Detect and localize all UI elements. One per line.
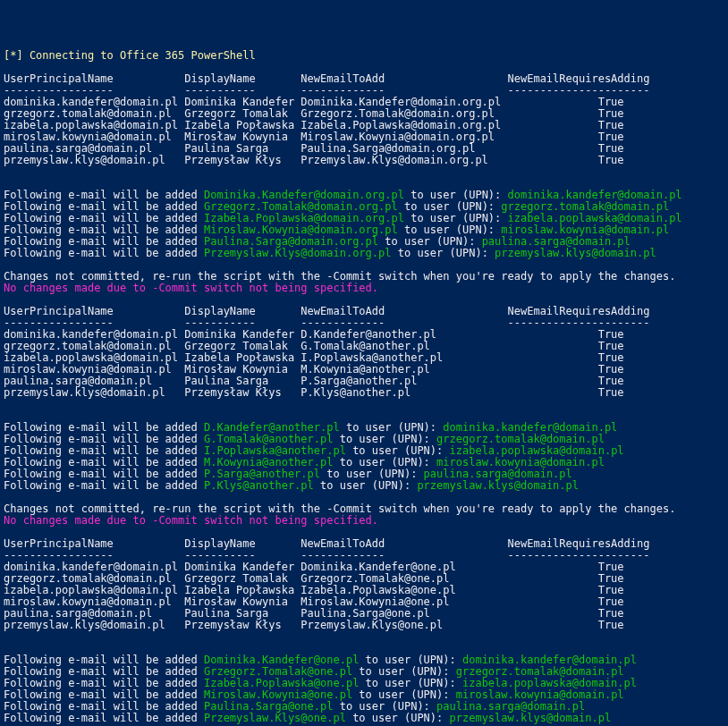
added-email: Paulina.Sarga@one.pl <box>204 700 334 713</box>
target-upn: miroslaw.kowynia@domain.pl <box>456 688 624 701</box>
connect-line: [*] Connecting to Office 365 PowerShell <box>4 49 256 62</box>
target-upn: miroslaw.kowynia@domain.pl <box>436 456 605 469</box>
target-upn: dominika.kandefer@domain.pl <box>462 654 637 666</box>
added-email: I.Poplawska@another.pl <box>204 444 346 457</box>
target-upn: grzegorz.tomalak@domain.pl <box>501 200 669 213</box>
target-upn: paulina.sarga@domain.pl <box>424 468 572 480</box>
added-email: P.Sarga@another.pl <box>204 468 320 480</box>
target-upn: grzegorz.tomalak@domain.pl <box>436 433 605 445</box>
table-row: dominika.kandefer@domain.pl Dominika Kan… <box>4 96 624 108</box>
table-row: przemyslaw.klys@domain.pl Przemysław Kły… <box>4 154 624 166</box>
table-row: grzegorz.tomalak@domain.pl Grzegorz Toma… <box>4 107 624 120</box>
table-row: dominika.kandefer@domain.pl Dominika Kan… <box>4 561 624 573</box>
added-email: Grzegorz.Tomalak@domain.org.pl <box>204 200 398 213</box>
added-email: P.Klys@another.pl <box>204 479 314 492</box>
table-row: paulina.sarga@domain.pl Paulina Sarga Pa… <box>4 607 624 620</box>
table-row: przemyslaw.klys@domain.pl Przemysław Kły… <box>4 619 624 631</box>
following-line: Following e-mail will be added Paulina.S… <box>4 235 631 248</box>
following-line: Following e-mail will be added Dominika.… <box>4 654 637 666</box>
target-upn: paulina.sarga@domain.pl <box>436 700 585 713</box>
added-email: Przemyslaw.Klys@one.pl <box>204 712 346 724</box>
added-email: Paulina.Sarga@domain.org.pl <box>204 235 378 248</box>
following-line: Following e-mail will be added M.Kowynia… <box>4 456 605 469</box>
following-line: Following e-mail will be added I.Poplaws… <box>4 444 624 457</box>
following-line: Following e-mail will be added Przemysla… <box>4 247 656 259</box>
nochange-warning: No changes made due to -Commit switch no… <box>4 282 378 294</box>
following-line: Following e-mail will be added Izabela.P… <box>4 212 682 224</box>
following-line: Following e-mail will be added Izabela.P… <box>4 677 637 689</box>
target-upn: przemyslaw.klys@domain.pl <box>450 712 612 724</box>
table-header-dash: ----------------- ----------- ----------… <box>4 549 649 561</box>
nochange-warning: No changes made due to -Commit switch no… <box>4 514 378 527</box>
following-line: Following e-mail will be added P.Klys@an… <box>4 479 579 492</box>
powershell-output: [*] Connecting to Office 365 PowerShell … <box>0 46 728 726</box>
following-line: Following e-mail will be added Miroslaw.… <box>4 688 624 701</box>
target-upn: dominika.kandefer@domain.pl <box>508 189 682 201</box>
added-email: Izabela.Poplawska@one.pl <box>204 677 359 689</box>
following-line: Following e-mail will be added Dominika.… <box>4 189 682 201</box>
table-row: izabela.poplawska@domain.pl Izabela Popł… <box>4 351 624 364</box>
target-upn: dominika.kandefer@domain.pl <box>443 421 617 434</box>
following-line: Following e-mail will be added Grzegorz.… <box>4 665 624 678</box>
added-email: Izabela.Poplawska@domain.org.pl <box>204 212 404 224</box>
table-row: przemyslaw.klys@domain.pl Przemysław Kły… <box>4 386 624 399</box>
commit-warning: Changes not committed, re-run the script… <box>4 502 675 515</box>
added-email: Miroslaw.Kowynia@one.pl <box>204 688 352 701</box>
added-email: Miroslaw.Kowynia@domain.org.pl <box>204 224 398 236</box>
added-email: Dominika.Kandefer@one.pl <box>204 654 359 666</box>
table-row: miroslaw.kowynia@domain.pl Mirosław Kowy… <box>4 131 624 143</box>
added-email: G.Tomalak@another.pl <box>204 433 334 445</box>
table-row: izabela.poplawska@domain.pl Izabela Popł… <box>4 119 624 131</box>
target-upn: izabela.poplawska@domain.pl <box>508 212 682 224</box>
target-upn: przemyslaw.klys@domain.pl <box>417 479 579 492</box>
added-email: M.Kowynia@another.pl <box>204 456 334 469</box>
added-email: Dominika.Kandefer@domain.org.pl <box>204 189 404 201</box>
following-line: Following e-mail will be added Grzegorz.… <box>4 200 669 213</box>
table-header-dash: ----------------- ----------- ----------… <box>4 317 649 329</box>
table-row: paulina.sarga@domain.pl Paulina Sarga P.… <box>4 375 624 387</box>
table-header: UserPrincipalName DisplayName NewEmailTo… <box>4 537 649 550</box>
following-line: Following e-mail will be added Miroslaw.… <box>4 224 669 236</box>
target-upn: grzegorz.tomalak@domain.pl <box>456 665 624 678</box>
table-header: UserPrincipalName DisplayName NewEmailTo… <box>4 305 649 317</box>
following-line: Following e-mail will be added Przemysla… <box>4 712 611 724</box>
table-row: izabela.poplawska@domain.pl Izabela Popł… <box>4 584 624 596</box>
target-upn: miroslaw.kowynia@domain.pl <box>501 224 669 236</box>
table-row: miroslaw.kowynia@domain.pl Mirosław Kowy… <box>4 595 624 608</box>
table-header-dash: ----------------- ----------- ----------… <box>4 84 649 97</box>
following-line: Following e-mail will be added G.Tomalak… <box>4 433 605 445</box>
following-line: Following e-mail will be added D.Kandefe… <box>4 421 617 434</box>
table-row: miroslaw.kowynia@domain.pl Mirosław Kowy… <box>4 363 624 376</box>
table-header: UserPrincipalName DisplayName NewEmailTo… <box>4 72 649 85</box>
commit-warning: Changes not committed, re-run the script… <box>4 270 675 283</box>
table-row: paulina.sarga@domain.pl Paulina Sarga Pa… <box>4 142 624 155</box>
table-row: grzegorz.tomalak@domain.pl Grzegorz Toma… <box>4 572 624 585</box>
added-email: D.Kandefer@another.pl <box>204 421 340 434</box>
target-upn: paulina.sarga@domain.pl <box>482 235 631 248</box>
table-row: dominika.kandefer@domain.pl Dominika Kan… <box>4 328 624 341</box>
following-line: Following e-mail will be added P.Sarga@a… <box>4 468 572 480</box>
target-upn: izabela.poplawska@domain.pl <box>450 444 624 457</box>
following-line: Following e-mail will be added Paulina.S… <box>4 700 585 713</box>
added-email: Grzegorz.Tomalak@one.pl <box>204 665 352 678</box>
table-row: grzegorz.tomalak@domain.pl Grzegorz Toma… <box>4 340 624 352</box>
target-upn: przemyslaw.klys@domain.pl <box>495 247 656 259</box>
added-email: Przemyslaw.Klys@domain.org.pl <box>204 247 392 259</box>
target-upn: izabela.poplawska@domain.pl <box>462 677 637 689</box>
